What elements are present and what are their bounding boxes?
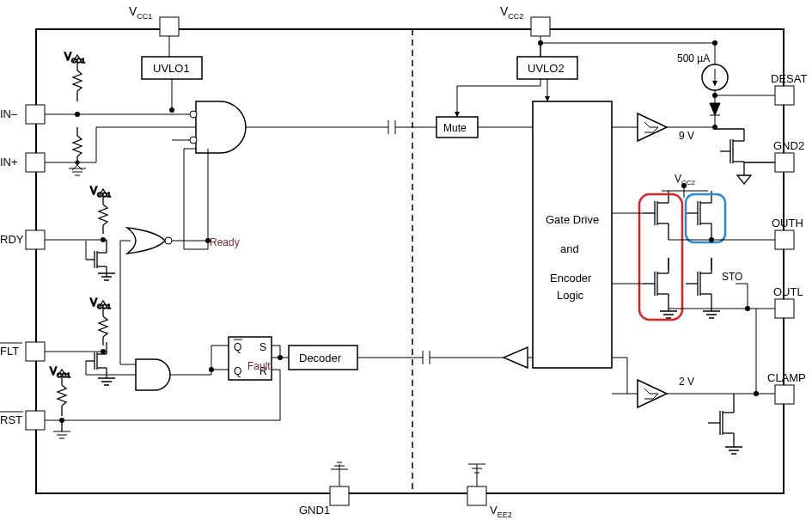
svg-text:DESAT: DESAT: [771, 72, 807, 85]
svg-text:IN+: IN+: [0, 156, 18, 168]
svg-text:Encoder: Encoder: [550, 272, 592, 284]
pin-rdy: [26, 230, 45, 249]
pin-gnd1: [330, 486, 349, 505]
svg-text:Gate Drive: Gate Drive: [546, 213, 599, 226]
pin-in-plus: [26, 153, 45, 172]
label-vcc2: VCC2: [500, 4, 523, 21]
diode-icon: [710, 103, 720, 115]
svg-text:UVLO1: UVLO1: [153, 62, 190, 75]
and-gate-flt: [136, 359, 170, 390]
label-fault: Fault: [247, 360, 271, 372]
pin-clamp: [775, 385, 794, 404]
svg-point-96: [165, 237, 172, 244]
svg-text:2 V: 2 V: [679, 376, 694, 388]
svg-point-16: [169, 107, 174, 113]
comparator-2v: [638, 380, 667, 407]
svg-point-39: [190, 137, 197, 144]
pin-vcc1: [160, 17, 179, 36]
pin-vee2: [467, 486, 486, 505]
svg-text:OUTH: OUTH: [772, 217, 803, 229]
svg-text:UVLO2: UVLO2: [528, 62, 565, 75]
svg-point-37: [76, 161, 80, 165]
gnd1-symbol: [331, 462, 348, 486]
highlight-blue: [686, 194, 725, 242]
svg-text:Q: Q: [234, 341, 241, 353]
svg-point-98: [205, 238, 211, 243]
block-diagram: VCC1 VCC2 GND1 VEE2 IN– IN+ RDY FLT RST …: [0, 0, 812, 520]
pin-outl: [775, 299, 794, 318]
pin-gnd2: [775, 153, 794, 172]
svg-text:Decoder: Decoder: [299, 352, 342, 364]
svg-point-181: [745, 306, 750, 311]
pin-in-minus: [26, 105, 45, 124]
comparator-9v: [638, 113, 667, 141]
svg-text:GND2: GND2: [773, 139, 804, 152]
mosfet-outh-hs-b: [686, 191, 711, 240]
svg-point-107: [101, 237, 106, 242]
svg-text:Q: Q: [234, 365, 241, 377]
label-sto: STO: [722, 271, 742, 283]
mosfet-flt: [86, 342, 115, 385]
svg-text:OUTL: OUTL: [773, 285, 803, 298]
isolation-cap-fwd: [388, 120, 395, 134]
mosfet-clamp: [708, 394, 742, 454]
output-mosfets: [643, 129, 775, 318]
svg-text:Mute: Mute: [443, 122, 467, 134]
right-pin-group: DESAT GND2 OUTH OUTL CLAMP: [767, 72, 807, 404]
label-gnd1: GND1: [299, 504, 330, 517]
svg-text:VCC1: VCC1: [90, 297, 112, 310]
svg-point-33: [75, 112, 80, 117]
vee2-symbol: [468, 464, 485, 486]
svg-point-89: [59, 418, 64, 423]
svg-text:500 µA: 500 µA: [677, 52, 710, 64]
isolation-cap-rev: [423, 351, 430, 364]
svg-point-123: [101, 349, 106, 354]
pin-vcc2: [531, 17, 550, 36]
pin-flt: [26, 342, 45, 361]
svg-rect-0: [36, 29, 784, 493]
svg-text:VCC1: VCC1: [90, 185, 112, 199]
svg-text:FLT: FLT: [0, 345, 19, 358]
left-pin-group: IN– IN+ RDY FLT RST: [0, 105, 45, 430]
svg-text:VCC1: VCC1: [64, 51, 86, 64]
label-vee2: VEE2: [490, 504, 512, 519]
svg-text:IN–: IN–: [0, 107, 18, 120]
nor-gate: [127, 228, 172, 254]
svg-text:and: and: [560, 242, 579, 255]
svg-point-92: [278, 355, 283, 360]
svg-text:Logic: Logic: [557, 289, 584, 302]
and-gate: [172, 101, 246, 249]
mosfet-gnd2: [720, 129, 751, 184]
buffer-reverse-icon: [504, 347, 528, 368]
svg-point-114: [209, 367, 214, 372]
mosfet-outh-hs-a: [643, 191, 669, 240]
pin-outh: [775, 230, 794, 249]
svg-text:CLAMP: CLAMP: [767, 371, 806, 384]
svg-point-136: [681, 183, 687, 188]
mosfet-rdy: [86, 240, 115, 280]
svg-point-38: [190, 111, 197, 118]
svg-text:S: S: [259, 341, 266, 353]
label-ready: Ready: [210, 236, 240, 248]
pin-desat: [775, 86, 794, 105]
pin-rst: [26, 411, 45, 430]
svg-text:RST: RST: [0, 413, 22, 426]
svg-text:9 V: 9 V: [679, 130, 694, 142]
label-vcc1: VCC1: [129, 4, 152, 21]
svg-text:RDY: RDY: [0, 233, 24, 246]
pullup-resistors: VCC1 VCC1 VCC1 VCC1: [50, 51, 112, 438]
svg-point-176: [709, 237, 714, 242]
block-gate-drive: [533, 101, 612, 368]
